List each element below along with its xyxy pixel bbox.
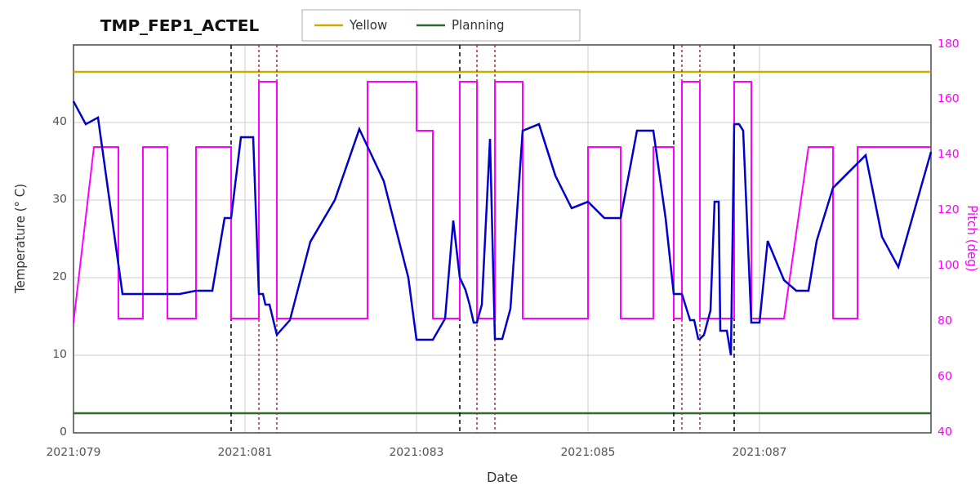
y-tick-10: 10 <box>52 347 67 360</box>
x-tick-081: 2021:081 <box>217 445 272 458</box>
y-tick-20: 20 <box>52 270 67 283</box>
y-left-label: Temperature (° C) <box>13 184 28 294</box>
chart-container: 0 10 20 30 40 40 60 80 100 120 140 160 1… <box>0 0 980 490</box>
y-tick-0: 0 <box>60 425 67 438</box>
y-right-label: Pitch (deg) <box>964 205 979 271</box>
pitch-tick-100: 100 <box>938 258 960 271</box>
svg-rect-1 <box>74 45 931 433</box>
legend-yellow-label: Yellow <box>349 18 387 33</box>
x-tick-085: 2021:085 <box>560 445 615 458</box>
x-tick-083: 2021:083 <box>389 445 443 458</box>
pitch-tick-140: 140 <box>938 147 960 160</box>
pitch-tick-80: 80 <box>938 314 952 327</box>
x-tick-087: 2021:087 <box>732 445 786 458</box>
chart-title: TMP_FEP1_ACTEL <box>100 16 260 35</box>
x-tick-079: 2021:079 <box>46 445 100 458</box>
pitch-tick-180: 180 <box>938 37 960 50</box>
pitch-tick-60: 60 <box>938 369 952 382</box>
pitch-tick-160: 160 <box>938 91 960 105</box>
x-axis-label: Date <box>487 470 518 485</box>
legend-planning-label: Planning <box>452 18 505 33</box>
pitch-tick-40: 40 <box>938 425 952 438</box>
y-tick-40: 40 <box>52 114 67 127</box>
y-tick-30: 30 <box>52 192 67 205</box>
pitch-tick-120: 120 <box>938 203 960 216</box>
